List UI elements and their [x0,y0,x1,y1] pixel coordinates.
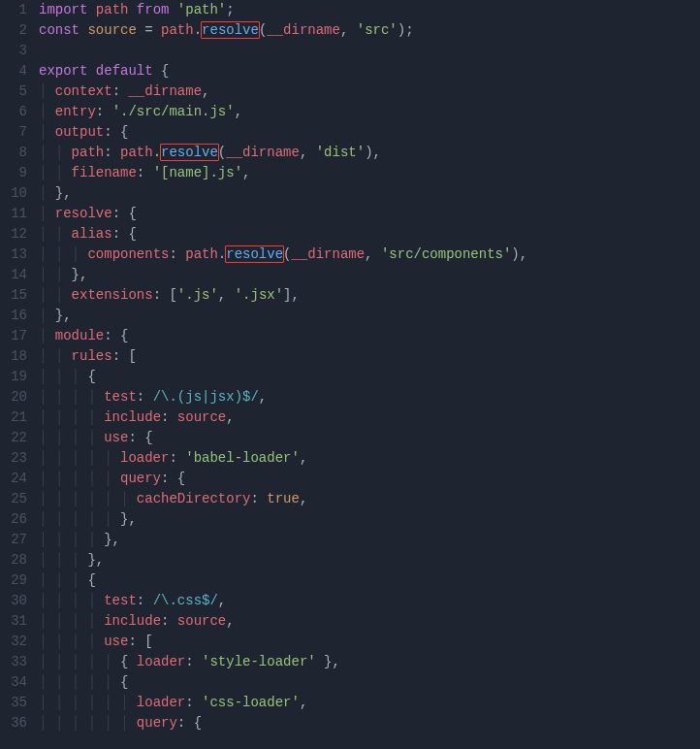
line-number: 22 [0,428,27,448]
code-line[interactable]: │ │ │ │ test: /\.(js|jsx)$/, [39,387,700,407]
code-line[interactable]: │ │ │ │ │ │ loader: 'css-loader', [39,693,700,713]
line-number: 36 [0,713,27,733]
property: output [55,124,104,140]
keyword: const [39,22,80,38]
code-line[interactable]: │ │ │ │ │ │ cacheDirectory: true, [39,489,700,509]
punct: }, [316,654,340,669]
code-line[interactable]: │ │ }, [39,265,700,285]
punct: }, [120,511,137,527]
punct: : { [161,471,185,486]
code-line[interactable]: │ │ │ │ │ }, [39,509,700,530]
identifier: __dirname [128,83,202,99]
punct: : [137,165,153,180]
line-number: 15 [0,285,27,306]
line-number: 13 [0,244,27,265]
code-line[interactable]: │ output: { [39,122,700,143]
regex: /\.css$/ [153,593,218,608]
punct: ) [365,145,372,160]
property: rules [72,348,112,364]
punct: : { [104,328,128,343]
code-line[interactable]: │ resolve: { [39,204,700,224]
line-number: 12 [0,224,27,244]
code-line[interactable]: │ │ │ │ use: { [39,428,700,448]
code-line[interactable]: │ │ alias: { [39,224,700,244]
identifier: __dirname [291,246,365,262]
code-line[interactable]: │ │ │ { [39,570,700,591]
code-line[interactable]: │ │ │ │ include: source, [39,407,700,428]
identifier: path [96,2,129,17]
punct: }, [87,552,104,568]
line-number: 9 [0,163,27,183]
punct: ( [218,145,226,160]
punct: }, [104,532,120,547]
code-line[interactable]: │ }, [39,183,700,204]
property: test [104,593,137,608]
code-line[interactable]: │ }, [39,306,700,326]
code-line[interactable]: import path from 'path'; [39,0,700,20]
punct: , [242,165,250,180]
punct: , [300,450,307,466]
punct: { [120,674,128,690]
line-number: 4 [0,61,27,81]
punct: : [185,695,202,710]
code-line[interactable]: │ │ │ │ test: /\.css$/, [39,591,700,611]
code-line[interactable]: │ │ │ }, [39,550,700,570]
punct: : [161,613,177,629]
code-line[interactable]: │ │ │ components: path.resolve(__dirname… [39,244,700,265]
punct: ) [398,22,405,38]
string: '[name].js' [153,165,242,180]
code-editor[interactable]: 1 2 3 4 5 6 7 8 9 10 11 12 13 14 15 16 1… [0,0,700,749]
operator: = [137,22,161,38]
code-line[interactable]: │ │ │ │ include: source, [39,611,700,632]
code-line[interactable]: │ context: __dirname, [39,81,700,102]
code-line[interactable]: │ │ path: path.resolve(__dirname, 'dist'… [39,143,700,163]
property: cacheDirectory [137,491,251,506]
property: loader [137,654,185,669]
code-line[interactable]: │ │ │ │ │ │ query: { [39,713,700,733]
code-line[interactable]: │ │ rules: [ [39,346,700,367]
code-line[interactable] [39,41,700,61]
property: resolve [55,206,112,221]
property: module [55,328,104,343]
code-line[interactable]: │ │ │ { [39,367,700,387]
punct: : [169,450,185,466]
line-number: 25 [0,489,27,509]
code-line[interactable]: export default { [39,61,700,81]
property: filename [72,165,137,180]
identifier: source [177,613,226,629]
code-line[interactable]: │ │ extensions: ['.js', '.jsx'], [39,285,700,306]
property: use [104,634,128,649]
line-number: 6 [0,102,27,122]
code-line[interactable]: │ │ │ │ }, [39,530,700,550]
property: loader [137,695,185,710]
string: 'dist' [316,145,365,160]
code-line[interactable]: │ │ │ │ │ { [39,672,700,693]
code-line[interactable]: │ │ │ │ use: [ [39,632,700,652]
method-highlighted: resolve [201,21,260,39]
punct: : [137,593,153,608]
code-line[interactable]: const source = path.resolve(__dirname, '… [39,20,700,41]
code-line[interactable]: │ entry: './src/main.js', [39,102,700,122]
line-number: 31 [0,611,27,632]
punct: : [96,104,112,119]
line-number: 14 [0,265,27,285]
punct: : [ [128,634,152,649]
string: '.js' [177,287,218,303]
punct: : [ [153,287,177,303]
string: 'babel-loader' [185,450,300,466]
punct: : { [128,430,152,445]
variable: source [87,22,136,38]
code-content[interactable]: import path from 'path'; const source = … [39,0,700,749]
code-line[interactable]: │ │ │ │ │ { loader: 'style-loader' }, [39,652,700,672]
punct: , [300,491,307,506]
punct: : { [112,226,137,242]
property: entry [55,104,96,119]
string: 'css-loader' [202,695,300,710]
code-line[interactable]: │ │ filename: '[name].js', [39,163,700,183]
code-line[interactable]: │ module: { [39,326,700,346]
code-line[interactable]: │ │ │ │ │ query: { [39,469,700,489]
code-line[interactable]: │ │ │ │ │ loader: 'babel-loader', [39,448,700,469]
identifier: path [161,22,194,38]
punct: , [218,287,235,303]
line-number: 2 [0,20,27,41]
